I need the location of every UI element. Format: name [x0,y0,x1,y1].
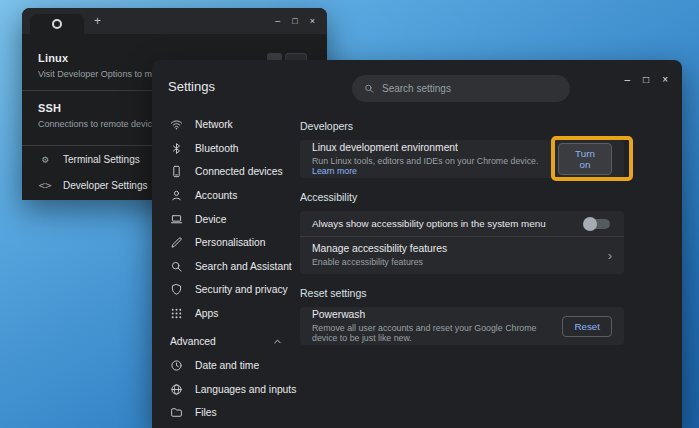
sidebar-item-date-time[interactable]: Date and time [152,354,300,378]
linux-dev-title: Linux development environment [312,142,558,153]
powerwash-title: Powerwash [312,309,562,320]
reset-button[interactable]: Reset [562,316,612,337]
page-title: Settings [168,79,215,94]
powerwash-row: Powerwash Remove all user accounts and r… [300,307,624,345]
close-icon[interactable]: × [310,16,315,26]
close-icon[interactable]: × [662,74,668,85]
chevron-right-icon: › [608,249,612,262]
sidebar-item-apps[interactable]: Apps [152,302,300,326]
pencil-icon [170,236,183,249]
sidebar-item-accounts[interactable]: Accounts [152,184,300,208]
minimize-icon[interactable]: – [275,16,280,26]
terminal-settings-label: Terminal Settings [63,154,140,165]
clock-icon [170,359,183,372]
sidebar-item-search-assistant[interactable]: Search and Assistant [152,255,300,279]
terminal-app-icon [52,19,62,29]
manage-accessibility-title: Manage accessibility features [312,243,447,254]
accessibility-toggle[interactable] [584,219,610,229]
code-icon: <> [38,179,52,192]
chevron-up-icon [271,335,284,348]
sidebar-item-advanced[interactable]: Advanced [152,329,300,353]
sidebar-item-connected-devices[interactable]: Connected devices [152,160,300,184]
accessibility-toggle-row[interactable]: Always show accessibility options in the… [300,211,624,236]
sidebar-item-security-privacy[interactable]: Security and privacy [152,278,300,302]
reset-settings-heading: Reset settings [300,287,624,299]
sidebar-item-personalisation[interactable]: Personalisation [152,231,300,255]
laptop-icon [170,213,183,226]
sidebar-item-bluetooth[interactable]: Bluetooth [152,137,300,161]
apps-grid-icon [170,307,183,320]
developer-settings-label: Developer Settings [63,180,148,191]
settings-sidebar: Network Bluetooth Connected devices Acco… [152,112,300,425]
wifi-icon [170,118,183,131]
settings-content: Developers Linux development environment… [300,112,682,425]
desktop: + – □ × Linux Visit Developer Options to… [0,0,699,428]
phone-icon [170,165,183,178]
new-tab-button[interactable]: + [94,8,101,34]
folder-icon [170,406,183,419]
accessibility-toggle-label: Always show accessibility options in the… [312,218,546,229]
gear-icon: ⚙ [38,153,52,166]
search-icon [170,260,183,273]
terminal-window-controls: – □ × [275,8,315,34]
linux-dev-subtitle: Run Linux tools, editors and IDEs on you… [312,156,558,176]
sidebar-item-network[interactable]: Network [152,113,300,137]
search-input[interactable] [382,83,558,94]
sidebar-item-languages-inputs[interactable]: Languages and inputs [152,378,300,402]
turn-on-button[interactable]: Turn on [558,143,612,175]
learn-more-link[interactable]: Learn more [312,166,357,176]
minimize-icon[interactable]: – [625,74,631,85]
terminal-tabbar: + – □ × [22,8,327,34]
settings-header: Settings – □ × [152,60,682,112]
bluetooth-icon [170,142,183,155]
settings-window-controls: – □ × [625,69,668,89]
terminal-tab[interactable] [30,14,84,34]
search-bar[interactable] [352,75,570,102]
shield-icon [170,283,183,296]
maximize-icon[interactable]: □ [292,16,297,26]
sidebar-item-device[interactable]: Device [152,207,300,231]
sidebar-item-files[interactable]: Files [152,401,300,425]
powerwash-subtitle: Remove all user accounts and reset your … [312,323,562,343]
maximize-icon[interactable]: □ [643,74,649,85]
settings-window: Settings – □ × Network [152,60,682,428]
person-icon [170,189,183,202]
linux-dev-environment-row: Linux development environment Run Linux … [300,140,624,178]
manage-accessibility-subtitle: Enable accessibility features [312,257,447,267]
accessibility-heading: Accessibility [300,191,624,203]
developers-heading: Developers [300,120,624,132]
manage-accessibility-row[interactable]: Manage accessibility features Enable acc… [300,236,624,274]
accessibility-card: Always show accessibility options in the… [300,211,624,274]
globe-icon [170,383,183,396]
search-icon [364,83,374,94]
